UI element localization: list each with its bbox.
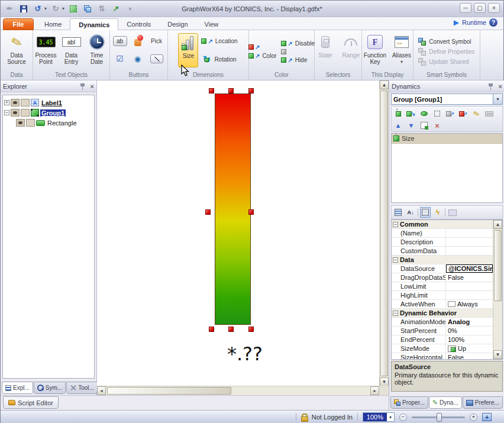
property-view-button[interactable] [420, 207, 431, 218]
copy-button[interactable] [82, 4, 93, 14]
property-row-highlimit[interactable]: HighLimit [392, 291, 493, 300]
add-color-dynamic-button[interactable]: ↗ [458, 109, 468, 118]
property-value[interactable] [446, 247, 493, 255]
tab-symbols[interactable]: Sym... [34, 382, 66, 394]
tab-explorer[interactable]: Expl... [2, 382, 33, 394]
property-value[interactable]: Always [446, 300, 493, 308]
messages-view-button[interactable] [447, 207, 458, 218]
horizontal-scrollbar[interactable]: ◂ ▸ [97, 386, 379, 395]
close-button[interactable]: × [488, 3, 500, 13]
handle-mid-right[interactable] [248, 209, 254, 215]
property-category-common[interactable]: −Common [392, 220, 493, 229]
handle-bottom-right[interactable] [248, 327, 254, 332]
tab-file[interactable]: File [3, 18, 34, 30]
vertical-scroll-thumb[interactable] [380, 91, 388, 376]
events-view-button[interactable]: ϟ [432, 207, 443, 218]
collapse-icon[interactable]: − [393, 311, 398, 316]
collapse-icon[interactable]: − [4, 110, 9, 115]
redo-button[interactable]: ↻ [50, 4, 61, 14]
color-button[interactable]: ↗ Color [248, 51, 277, 60]
arrange-button[interactable]: ⇅ [96, 4, 107, 14]
add-rotation-dynamic-button[interactable] [419, 109, 429, 118]
expand-icon[interactable]: + [4, 100, 9, 105]
tree-item-label1[interactable]: Label1 [40, 99, 63, 106]
handle-bottom-left[interactable] [209, 327, 214, 332]
tab-view[interactable]: View [196, 18, 227, 30]
runtime-button[interactable]: Runtime [462, 19, 486, 26]
visibility-toggle[interactable] [11, 109, 20, 117]
property-category-dynamic-behavior[interactable]: −Dynamic Behavior [392, 309, 493, 318]
property-row-activewhen[interactable]: ActiveWhenAlways [392, 300, 493, 309]
property-value[interactable]: @ICONICS.Sim [446, 264, 493, 273]
lock-toggle[interactable] [26, 119, 35, 127]
minimize-button[interactable]: ─ [460, 3, 471, 13]
property-value[interactable] [446, 229, 493, 237]
convert-symbol-button[interactable]: Convert Symbol [417, 37, 476, 47]
categorized-view-button[interactable] [393, 207, 403, 218]
property-value[interactable] [446, 238, 493, 246]
property-row-startpercent[interactable]: StartPercent0% [392, 327, 493, 335]
property-value[interactable]: False [446, 353, 493, 359]
grid-scroll-thumb[interactable] [494, 230, 502, 301]
zoom-slider-thumb[interactable] [437, 413, 442, 422]
ab-button[interactable]: ab [113, 36, 127, 46]
design-canvas[interactable]: *.?? ▲ ▼ ◂ ▸ [97, 80, 389, 395]
zoom-combo[interactable]: 100% ▾ [363, 412, 395, 422]
property-value[interactable]: Analog [446, 318, 493, 326]
property-row-animationmode[interactable]: AnimationModeAnalog [392, 318, 493, 327]
pin-icon[interactable] [488, 83, 494, 90]
gradient-rectangle[interactable] [215, 93, 251, 325]
define-properties-button[interactable]: Define Properties [417, 47, 476, 57]
lock-toggle[interactable] [21, 109, 30, 117]
update-shared-button[interactable]: Update Shared [417, 57, 476, 67]
range-button[interactable]: Range [341, 32, 362, 71]
handle-mid-left[interactable] [205, 209, 211, 215]
rotation-button[interactable]: ↻ Rotation [201, 53, 238, 66]
time-date-button[interactable]: Time Date [84, 32, 109, 71]
app-icon[interactable]: ✒ [4, 4, 15, 14]
property-category-data[interactable]: −Data [392, 256, 493, 264]
tab-dynamics-panel[interactable]: ✎ Dyna... [429, 396, 462, 409]
lock-toggle[interactable] [21, 99, 30, 106]
grid-scroll-down-button[interactable]: ▼ [493, 350, 502, 359]
redo-dropdown[interactable]: ▾ [62, 6, 64, 11]
disable-button[interactable]: ↗ Disable [280, 39, 315, 48]
data-source-button[interactable]: ✎ Data Source [2, 32, 31, 71]
process-point-button[interactable]: 3.45 Process Point [33, 32, 59, 71]
tree-row-group1[interactable]: − Group1 [4, 108, 93, 118]
handle-bottom-center[interactable] [228, 327, 234, 332]
tab-controls[interactable]: Controls [118, 18, 159, 30]
horizontal-scroll-thumb[interactable] [107, 387, 231, 395]
property-row-datasource[interactable]: DataSource@ICONICS.Sim [392, 264, 493, 273]
value-checkbox[interactable] [448, 301, 455, 307]
move-up-button[interactable]: ▲ [393, 121, 403, 130]
select-tool-button[interactable] [68, 4, 79, 14]
collapse-icon[interactable]: − [393, 257, 398, 263]
customize-toolbar-button[interactable]: ▾ [125, 4, 135, 14]
hide-button[interactable]: ↗ Hide [280, 56, 315, 64]
handle-top-left[interactable] [209, 88, 214, 93]
tab-script-editor[interactable]: Script Editor [3, 396, 59, 409]
property-grid-scrollbar[interactable]: ▲ ▼ [493, 220, 502, 359]
tab-design[interactable]: Design [159, 18, 196, 30]
pick-icon[interactable] [133, 35, 143, 47]
aliases-button[interactable]: Aliases ▾ [390, 32, 413, 71]
property-row-name[interactable]: (Name) [392, 229, 493, 238]
alphabetical-sort-button[interactable]: A↓ [405, 207, 416, 218]
add-process-point-button[interactable]: 345 [484, 109, 494, 118]
grid-scroll-up-button[interactable]: ▲ [493, 220, 502, 229]
checkbox-button[interactable]: ☑ [116, 54, 124, 63]
dynamic-target-combo[interactable]: Group [Group1] ▾ [391, 93, 503, 105]
label-text[interactable]: *.?? [206, 343, 283, 365]
tab-toolbox[interactable]: Tool... [66, 382, 98, 394]
property-row-customdata[interactable]: CustomData [392, 247, 493, 256]
fit-to-window-icon[interactable] [482, 413, 492, 421]
state-button[interactable]: State [315, 32, 336, 71]
tree-item-group1[interactable]: Group1 [40, 109, 66, 117]
tab-home[interactable]: Home [36, 18, 70, 30]
add-hide-dynamic-button[interactable]: ↗ [445, 109, 455, 118]
undo-dropdown[interactable]: ▾ [44, 6, 47, 11]
data-entry-button[interactable]: abl Data Entry [59, 32, 84, 71]
zoom-in-button[interactable]: + [470, 414, 477, 421]
save-button[interactable] [18, 4, 29, 14]
